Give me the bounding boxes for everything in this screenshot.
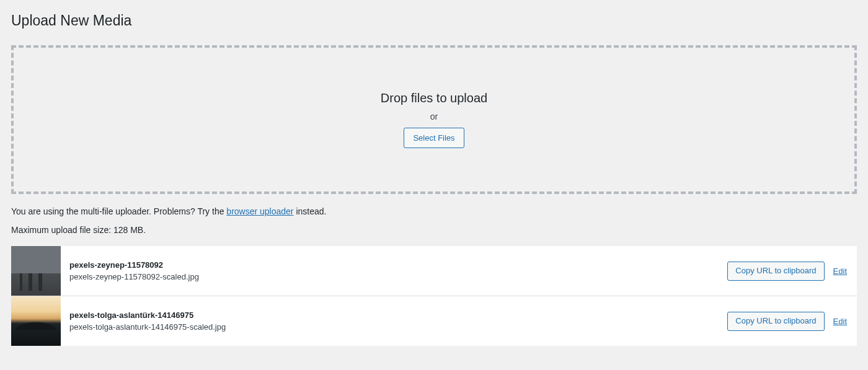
- media-thumbnail[interactable]: [11, 246, 61, 296]
- media-title: pexels-zeynep-11578092: [69, 260, 719, 270]
- page-title: Upload New Media: [11, 6, 857, 33]
- max-upload-size: Maximum upload file size: 128 MB.: [11, 225, 857, 235]
- uploaded-media-list: pexels-zeynep-11578092 pexels-zeynep-115…: [11, 246, 857, 346]
- media-actions: Copy URL to clipboard Edit: [727, 312, 857, 331]
- uploader-info-suffix: instead.: [294, 206, 327, 216]
- media-item: pexels-zeynep-11578092 pexels-zeynep-115…: [11, 246, 857, 296]
- edit-link[interactable]: Edit: [833, 266, 847, 276]
- drop-zone-heading: Drop files to upload: [14, 91, 854, 105]
- media-filename: pexels-tolga-aslanturk-14146975-scaled.j…: [69, 322, 719, 332]
- drop-zone-or: or: [14, 112, 854, 121]
- media-actions: Copy URL to clipboard Edit: [727, 262, 857, 281]
- media-info: pexels-zeynep-11578092 pexels-zeynep-115…: [61, 260, 727, 281]
- copy-url-button[interactable]: Copy URL to clipboard: [727, 262, 824, 281]
- media-title: pexels-tolga-aslantürk-14146975: [69, 311, 719, 320]
- upload-drop-zone[interactable]: Drop files to upload or Select Files: [11, 45, 857, 195]
- copy-url-button[interactable]: Copy URL to clipboard: [727, 312, 824, 331]
- browser-uploader-link[interactable]: browser uploader: [226, 206, 293, 216]
- media-filename: pexels-zeynep-11578092-scaled.jpg: [69, 272, 719, 281]
- media-info: pexels-tolga-aslantürk-14146975 pexels-t…: [61, 311, 727, 332]
- media-thumbnail[interactable]: [11, 296, 61, 346]
- edit-link[interactable]: Edit: [833, 317, 847, 326]
- media-item: pexels-tolga-aslantürk-14146975 pexels-t…: [11, 296, 857, 346]
- uploader-info-prefix: You are using the multi-file uploader. P…: [11, 206, 226, 216]
- uploader-info-text: You are using the multi-file uploader. P…: [11, 206, 857, 216]
- select-files-button[interactable]: Select Files: [404, 128, 464, 149]
